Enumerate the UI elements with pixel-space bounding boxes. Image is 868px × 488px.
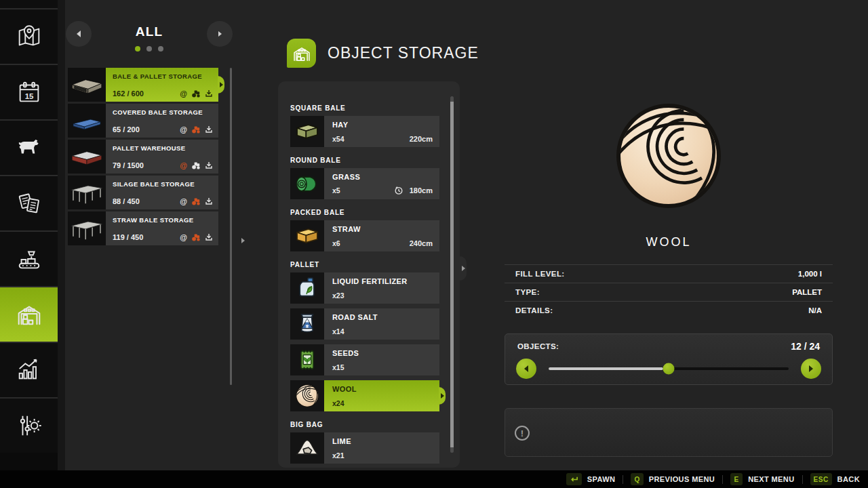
slider-thumb[interactable] — [663, 363, 675, 375]
hint-previous-menu[interactable]: QPREVIOUS MENU — [631, 473, 715, 485]
storage-count: 162 / 600 — [113, 89, 144, 98]
canopy-thumbnail-image — [69, 215, 104, 242]
object-icon-tile — [290, 308, 324, 340]
object-icon-tile — [290, 344, 324, 375]
wool-image — [610, 98, 727, 214]
item-title: WOOL — [505, 235, 833, 249]
objects-slider[interactable] — [549, 367, 789, 370]
hint-back[interactable]: ESCBACK — [810, 473, 860, 485]
hint-label: PREVIOUS MENU — [649, 475, 715, 483]
storage-list-scrollbar[interactable] — [230, 68, 232, 385]
object-list-item[interactable]: LIMEx21 — [290, 432, 439, 464]
hint-spawn[interactable]: SPAWN — [566, 473, 616, 485]
objects-box: OBJECTS: 12 / 24 — [505, 333, 833, 385]
canister-icon — [294, 275, 320, 301]
storage-list-item[interactable]: PALLET WAREHOUSE79 / 1500@ — [68, 140, 218, 174]
tractor-icon — [191, 90, 201, 98]
object-list-item[interactable]: LIQUID FERTILIZERx23 — [290, 272, 439, 304]
object-name: WOOL — [332, 385, 433, 393]
sidebar-item-settings[interactable] — [0, 397, 58, 453]
storage-count: 65 / 200 — [113, 125, 140, 134]
hint-label: NEXT MENU — [748, 475, 794, 483]
key-badge: ESC — [810, 473, 832, 485]
round-bale-icon — [294, 171, 320, 197]
arrow-right-icon — [441, 393, 444, 399]
settings-icon — [15, 411, 43, 440]
object-icon-tile — [290, 168, 324, 199]
object-item-body: HAYx54220cm — [324, 116, 439, 147]
object-count: x23 — [332, 291, 344, 300]
main-sidebar: 15 — [0, 0, 58, 470]
sidebar-item-statistics[interactable] — [0, 342, 58, 397]
storage-item-body: SILAGE BALE STORAGE88 / 450@ — [106, 176, 218, 209]
arrow-right-icon — [809, 365, 813, 372]
arrow-right-icon — [218, 31, 222, 37]
sidebar-item-contracts[interactable] — [0, 175, 58, 230]
category-title: ALL — [92, 24, 206, 39]
at-icon: @ — [180, 234, 187, 241]
contracts-icon — [15, 189, 43, 218]
object-icon-tile — [290, 380, 324, 411]
warehouse-icon — [15, 300, 43, 329]
storage-list-item[interactable]: SILAGE BALE STORAGE88 / 450@ — [68, 176, 218, 209]
panel-notch — [460, 256, 467, 281]
storage-name: PALLET WAREHOUSE — [113, 144, 213, 152]
storage-count: 79 / 1500 — [113, 161, 144, 169]
storage-status-icons: @ — [180, 89, 213, 98]
download-icon — [205, 161, 213, 169]
object-list-item[interactable]: WOOLx24 — [290, 380, 439, 411]
detail-label: DETAILS: — [515, 306, 553, 314]
storage-item-body: COVERED BALE STORAGE65 / 200@ — [106, 104, 218, 138]
storage-status-icons: @ — [180, 233, 213, 241]
building-thumbnail — [68, 176, 106, 209]
hint-divider — [623, 475, 623, 484]
object-name: GRASS — [332, 173, 433, 181]
objects-decrease-button[interactable] — [516, 359, 536, 379]
objects-increase-button[interactable] — [801, 359, 821, 379]
sidebar-item-storage[interactable] — [0, 286, 58, 342]
download-icon — [205, 89, 213, 98]
object-list-item[interactable]: ROAD SALTx14 — [290, 308, 439, 340]
selected-row-notch — [439, 387, 446, 405]
object-list-item[interactable]: HAYx54220cm — [290, 116, 439, 147]
object-item-body: LIQUID FERTILIZERx23 — [324, 272, 439, 304]
object-item-body: ROAD SALTx14 — [324, 308, 439, 340]
object-list-item[interactable]: STRAWx6240cm — [290, 220, 439, 251]
storage-list-item[interactable]: STRAW BALE STORAGE119 / 450@ — [68, 211, 218, 245]
object-item-body: GRASSx5180cm — [324, 168, 439, 199]
object-count: x6 — [332, 239, 340, 247]
page-dot — [158, 46, 163, 52]
enter-key-icon — [570, 476, 578, 483]
hint-next-menu[interactable]: ENEXT MENU — [730, 473, 794, 485]
at-icon: @ — [180, 126, 187, 134]
key-badge — [566, 473, 582, 485]
map-icon — [15, 22, 43, 51]
sidebar-item-calendar[interactable]: 15 — [0, 64, 58, 119]
lime-pile-icon — [294, 435, 320, 461]
download-icon — [205, 233, 213, 241]
slider-fill — [549, 367, 663, 370]
storage-list-item[interactable]: BALE & PALLET STORAGE162 / 600@ — [68, 68, 218, 102]
tractor-icon — [191, 198, 201, 205]
statistics-icon — [15, 356, 43, 384]
object-list-scrollbar[interactable] — [450, 96, 454, 453]
arrow-right-icon — [220, 82, 223, 87]
category-next-button[interactable] — [207, 21, 233, 47]
download-icon — [205, 125, 213, 134]
calendar-icon: 15 — [15, 78, 43, 106]
page-dot-active — [135, 46, 140, 52]
detail-row: DETAILS:N/A — [505, 301, 833, 319]
detail-label: FILL LEVEL: — [515, 270, 565, 278]
sidebar-item-map[interactable] — [0, 8, 58, 64]
category-prev-button[interactable] — [66, 21, 92, 47]
storage-list-item[interactable]: COVERED BALE STORAGE65 / 200@ — [68, 104, 218, 138]
objects-label: OBJECTS: — [517, 342, 559, 350]
object-list-item[interactable]: SEEDSx15 — [290, 344, 439, 375]
object-name: STRAW — [332, 225, 433, 233]
detail-value: PALLET — [792, 288, 822, 296]
key-badge: E — [730, 473, 743, 485]
object-list-item[interactable]: GRASSx5180cm — [290, 168, 439, 199]
sidebar-item-animals[interactable] — [0, 119, 58, 175]
sidebar-item-production[interactable] — [0, 230, 58, 286]
alert-circle-icon: ! — [515, 426, 530, 441]
